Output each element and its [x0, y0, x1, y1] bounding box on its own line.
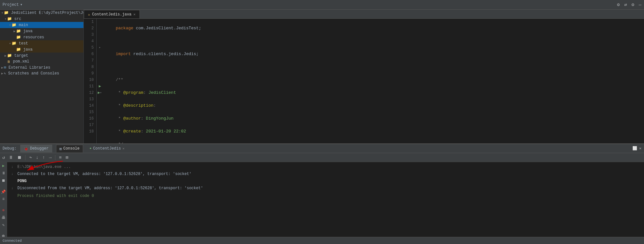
top-bar: Project ▾ ⚙ ⇄ ⚙ — [0, 0, 644, 10]
code-content[interactable]: package com.JedisClient.JedisTest; impor… [103, 19, 644, 143]
pause-btn[interactable]: ⏸ [8, 154, 14, 161]
main-folder-icon: 📁 [12, 23, 16, 27]
line-numbers: 1 2 3 4 5 6 7 8 9 10 11 12 13 14 15 16 1… [84, 19, 97, 143]
layout-btn[interactable]: ⊞ [65, 154, 69, 161]
pin-icon[interactable]: 📌 [1, 190, 6, 194]
sidebar-item-test[interactable]: ▾ 📁 test [0, 40, 83, 46]
sidebar-item-label: JedisClient E:\dyJTestProject\JedisClien… [9, 11, 84, 15]
libs-icon: ⊞ [4, 65, 6, 70]
console-line-2: ↓ Connected to the target VM, address: '… [10, 171, 641, 178]
sidebar-item-ext-libs[interactable]: ▶ ⊞ External Libraries [0, 64, 83, 71]
session-close[interactable]: ✕ [122, 147, 124, 151]
arrow-icon: ▶ [1, 72, 3, 75]
console-line-1: ↓ E:\JDK\bin\java.exe ... [10, 163, 641, 171]
project-icon: 📁 [4, 10, 9, 15]
sidebar-item-label: resources [21, 35, 44, 40]
step-over-btn[interactable]: ↷ [28, 154, 33, 161]
sidebar-item-label: main [16, 23, 28, 27]
console-line-6: Process finished with exit code 0 [10, 192, 641, 200]
prefix-4: ↓ [10, 185, 15, 191]
console-text-6: Process finished with exit code 0 [17, 193, 94, 199]
config-icon[interactable]: ⚙ [631, 2, 634, 7]
filter-icon[interactable]: ≡ [2, 197, 5, 201]
target-icon: 📁 [7, 53, 12, 58]
bug-icon: 🐞 [24, 147, 28, 151]
restart-btn[interactable]: ↺ [1, 154, 6, 161]
fold-icon-5: ▸ [99, 44, 101, 51]
test-folder-icon: 📁 [12, 41, 16, 46]
sidebar-item-label: java [21, 29, 33, 34]
arrow-icon [5, 60, 6, 63]
arrow-icon [14, 48, 15, 51]
sidebar-item-label: java [21, 47, 33, 52]
separator2 [55, 155, 55, 160]
run-icon-11[interactable]: ▶ [99, 83, 101, 90]
java-folder-icon: 📁 [16, 29, 21, 34]
console-output[interactable]: ↓ E:\JDK\bin\java.exe ... ↓ Connected to… [7, 162, 644, 237]
bottom-panel: Debug: 🐞 Debugger ▤ Console ● ContentJed… [0, 143, 644, 237]
java-file-icon: ☕ [88, 12, 90, 16]
run-icon-left[interactable]: ▶ [2, 163, 5, 168]
panel-controls: ⬜ ✕ [632, 146, 641, 151]
settings-icon[interactable]: ⚙ [617, 2, 620, 7]
sidebar-item-java1[interactable]: ▶ 📁 java [0, 28, 83, 34]
prefix-1: ↓ [10, 164, 15, 170]
sidebar-item-label: pom.xml [11, 59, 29, 64]
error-icon[interactable]: ⊗ [2, 208, 5, 213]
step-out-btn[interactable]: ↑ [41, 154, 46, 161]
expand-icon[interactable]: ⬜ [632, 146, 637, 151]
sidebar-item-src[interactable]: ▾ 📁 src [0, 16, 83, 22]
console-line-3: PONG [10, 178, 641, 185]
arrow-icon [14, 35, 15, 39]
session-tab[interactable]: ● ContentJedis ✕ [90, 146, 124, 151]
sidebar-item-root[interactable]: ▾ 📁 JedisClient E:\dyJTestProject\JedisC… [0, 10, 83, 16]
arrow-icon: ▾ [9, 23, 11, 27]
sidebar-item-java2[interactable]: 📁 java [0, 46, 83, 53]
pom-icon: 🗎 [7, 60, 11, 64]
pause-icon-left[interactable]: ⏸ [2, 171, 5, 176]
run-icon-12[interactable]: ▶ [98, 90, 100, 96]
tab-close-button[interactable]: ✕ [133, 12, 136, 16]
print-icon[interactable]: 🖶 [2, 215, 5, 220]
fold-icon-12: ▸ [100, 90, 102, 96]
sync-icon[interactable]: ⇄ [624, 2, 627, 7]
sidebar-item-label: test [16, 41, 28, 46]
console-line-4: ↓ Disconnected from the target VM, addre… [10, 185, 641, 192]
minimize-icon[interactable]: — [639, 2, 641, 7]
tab-console[interactable]: ▤ Console [56, 145, 83, 152]
project-label[interactable]: Project ▾ [3, 2, 23, 7]
arrow-icon: ▶ [14, 29, 15, 33]
edit-icon[interactable]: ✎ [2, 223, 5, 228]
tab-contentjedis[interactable]: ☕ ContentJedis.java ✕ [84, 10, 140, 18]
sidebar-item-target[interactable]: ▶ 📁 target [0, 53, 83, 59]
console-text-2: Connected to the target VM, address: '12… [17, 171, 191, 177]
left-panel-icons: ▶ ⏸ ⏹ 📌 ≡ ⊗ 🖶 ✎ 🗑 [0, 162, 7, 237]
arrow-icon: ▶ [5, 54, 6, 58]
sidebar-item-resources[interactable]: 📁 resources [0, 34, 83, 40]
sidebar-item-main[interactable]: ▾ 📁 main [0, 22, 83, 28]
frames-btn[interactable]: ≡ [58, 154, 62, 161]
stop-btn[interactable]: ⏹ [16, 154, 23, 161]
status-text: Connected [3, 239, 22, 243]
arrow-icon: ▾ [9, 42, 11, 45]
trash-icon[interactable]: 🗑 [2, 234, 5, 237]
stop-icon-left[interactable]: ⏹ [2, 178, 5, 183]
sidebar-item-scratches[interactable]: ▶ ✎ Scratches and Consoles [0, 71, 83, 76]
console-text-4: Disconnected from the target VM, address… [17, 185, 203, 191]
panel-close-icon[interactable]: ✕ [639, 146, 641, 151]
editor-area: ☕ ContentJedis.java ✕ 1 2 3 4 5 6 7 8 9 … [84, 10, 644, 143]
sidebar-item-pom[interactable]: 🗎 pom.xml [0, 59, 83, 64]
java2-icon: 📁 [16, 47, 21, 52]
console-tab-label: Console [63, 146, 79, 151]
sidebar: ▾ 📁 JedisClient E:\dyJTestProject\JedisC… [0, 10, 84, 143]
code-editor[interactable]: 1 2 3 4 5 6 7 8 9 10 11 12 13 14 15 16 1… [84, 19, 644, 143]
tab-debugger[interactable]: 🐞 Debugger [20, 145, 52, 152]
run-to-cursor-btn[interactable]: → [48, 154, 53, 161]
arrow-icon: ▾ [1, 11, 3, 15]
step-into-btn[interactable]: ↓ [35, 154, 39, 161]
debug-label: Debug: [3, 146, 16, 151]
arrow-icon: ▶ [1, 66, 3, 70]
console-text-1: E:\JDK\bin\java.exe ... [17, 164, 71, 170]
arrow-icon: ▾ [5, 17, 6, 21]
sidebar-item-label: target [12, 54, 28, 58]
